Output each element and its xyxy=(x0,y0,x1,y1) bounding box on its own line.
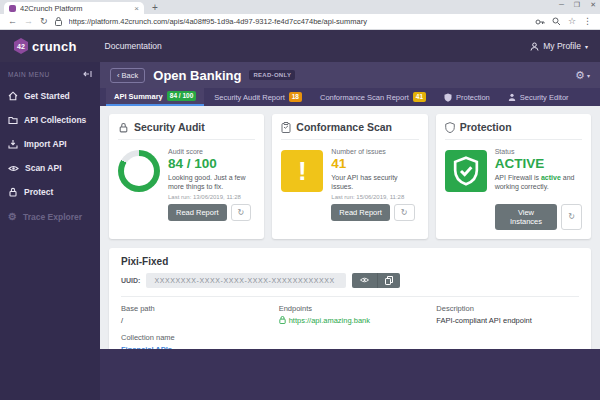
card-title: Conformance Scan xyxy=(296,121,392,133)
scan-issues-value: 41 xyxy=(331,156,418,171)
collection-label: Collection name xyxy=(121,333,279,342)
browser-tab-title: 42Crunch Platform xyxy=(20,4,130,13)
sidebar-item-protect[interactable]: Protect xyxy=(0,180,100,204)
42crunch-logo[interactable]: 42 crunch xyxy=(12,37,77,55)
collection-field: Collection name Financial APIs xyxy=(121,333,279,349)
api-tabs: API Summary 84 / 100 Security Audit Repo… xyxy=(100,88,600,106)
tab-conformance-scan-report[interactable]: Conformance Scan Report 41 xyxy=(312,88,434,106)
audit-issues-badge: 18 xyxy=(289,92,302,102)
protection-card: Protection Status ACTIVE API Firewall is… xyxy=(436,114,591,239)
window-maximize-button[interactable]: ❐ xyxy=(574,1,580,9)
profile-menu[interactable]: My Profile ▾ xyxy=(530,41,588,51)
description-label: Description xyxy=(436,304,579,313)
tab-close-icon[interactable]: × xyxy=(134,4,139,13)
scan-last-run: Last run: 15/06/2019, 11:28 xyxy=(331,194,418,200)
refresh-icon[interactable]: ↻ xyxy=(561,204,582,230)
audit-message: Looking good. Just a few more things to … xyxy=(168,173,255,192)
sidebar-item-api-collections[interactable]: API Collections xyxy=(0,108,100,132)
eye-icon xyxy=(359,276,370,284)
sidebar-item-scan-api[interactable]: Scan API xyxy=(0,156,100,180)
sidebar-section-label: MAIN MENU xyxy=(8,71,50,78)
tab-protection[interactable]: Protection xyxy=(436,88,498,106)
url-text[interactable]: https://platform.42crunch.com/apis/4a08f… xyxy=(69,17,528,26)
back-button[interactable]: ‹ Back xyxy=(110,68,145,83)
browser-forward-button[interactable]: → xyxy=(24,17,33,26)
nav-documentation-link[interactable]: Documentation xyxy=(105,41,162,51)
app-topnav: 42 crunch Documentation My Profile ▾ xyxy=(0,30,600,62)
editor-user-icon xyxy=(508,93,516,101)
svg-text:42: 42 xyxy=(17,43,25,50)
browser-window: 42Crunch Platform × + ─ ❐ ✕ ← → ↻ https:… xyxy=(0,0,600,400)
scan-message: Your API has security issues. xyxy=(331,173,418,192)
zoom-search-icon[interactable] xyxy=(552,17,561,26)
https-lock-icon xyxy=(279,316,286,324)
card-title: Security Audit xyxy=(134,121,205,133)
profile-label: My Profile xyxy=(543,41,581,51)
sidebar-item-label: Import API xyxy=(24,139,67,149)
endpoint-link[interactable]: https://api.amazing.bank xyxy=(279,316,437,325)
audit-score-label: Audit score xyxy=(168,148,255,155)
tab-security-audit-report[interactable]: Security Audit Report 18 xyxy=(206,88,310,106)
protection-status-label: Status xyxy=(495,148,582,155)
lock-icon xyxy=(8,187,18,197)
api-settings-menu[interactable]: ⚙ ▾ xyxy=(575,69,590,82)
shield-icon xyxy=(444,93,452,102)
scan-issues-badge: 41 xyxy=(413,92,426,102)
clipboard-icon xyxy=(281,122,291,133)
tab-label: Protection xyxy=(456,93,490,102)
copy-uuid-button[interactable] xyxy=(378,273,400,288)
page-header: ‹ Back Open Banking READ-ONLY ⚙ ▾ xyxy=(100,62,600,88)
description-field: Description FAPI-compliant API endpoint xyxy=(436,304,579,325)
browser-tab[interactable]: 42Crunch Platform × xyxy=(4,2,144,14)
import-icon xyxy=(8,139,18,149)
content-panel: Security Audit Audit score 84 / 100 Look… xyxy=(100,106,600,349)
window-close-button[interactable]: ✕ xyxy=(590,1,596,9)
bookmark-star-icon[interactable]: ☆ xyxy=(568,17,576,26)
refresh-icon[interactable]: ↻ xyxy=(394,204,415,221)
sidebar-item-get-started[interactable]: Get Started xyxy=(0,84,100,108)
brand-hexagon-icon: 42 xyxy=(12,37,30,55)
browser-reload-button[interactable]: ↻ xyxy=(40,17,48,26)
uuid-label: UUID: xyxy=(121,277,140,284)
sidebar-item-import-api[interactable]: Import API xyxy=(0,132,100,156)
tab-label: Security Editor xyxy=(520,93,569,102)
endpoints-field: Endpoints https://api.amazing.bank xyxy=(279,304,437,325)
tab-label: API Summary xyxy=(114,92,163,101)
main-area: ‹ Back Open Banking READ-ONLY ⚙ ▾ API Su… xyxy=(100,62,600,400)
chevron-down-icon: ▾ xyxy=(587,72,590,79)
audit-score-value: 84 / 100 xyxy=(168,156,255,171)
tab-api-summary[interactable]: API Summary 84 / 100 xyxy=(106,88,204,106)
audit-last-run: Last run: 13/06/2019, 11:28 xyxy=(168,194,255,200)
shield-outline-icon xyxy=(445,122,455,133)
gear-icon: ⚙ xyxy=(575,69,585,82)
browser-tabstrip: 42Crunch Platform × + ─ ❐ ✕ xyxy=(0,0,600,14)
new-tab-button[interactable]: + xyxy=(152,2,158,14)
uuid-field[interactable]: XXXXXXXX-XXXX-XXXX-XXXX-XXXXXXXXXXXX xyxy=(146,273,346,288)
audit-read-report-button[interactable]: Read Report xyxy=(168,204,227,221)
view-instances-button[interactable]: View Instances xyxy=(495,204,558,230)
sidebar-item-label: Get Started xyxy=(24,91,70,101)
protection-message: API Firewall is active and working corre… xyxy=(495,173,582,192)
security-audit-card: Security Audit Audit score 84 / 100 Look… xyxy=(109,114,264,239)
sidebar-item-trace-explorer[interactable]: ⚙ Trace Explorer xyxy=(0,204,100,229)
copy-icon xyxy=(385,276,393,285)
collection-link[interactable]: Financial APIs xyxy=(121,345,279,349)
sidebar: MAIN MENU Get Started API Collections Im… xyxy=(0,62,100,400)
warning-icon: ! xyxy=(281,150,323,192)
sidebar-item-label: Scan API xyxy=(25,163,62,173)
reveal-uuid-button[interactable] xyxy=(352,273,378,288)
tab-security-editor[interactable]: Security Editor xyxy=(500,88,577,106)
read-only-badge: READ-ONLY xyxy=(249,70,295,80)
refresh-icon[interactable]: ↻ xyxy=(231,204,252,221)
sidebar-item-label: API Collections xyxy=(24,115,86,125)
window-minimize-button[interactable]: ─ xyxy=(559,1,564,9)
tab-label: Security Audit Report xyxy=(214,93,284,102)
home-icon xyxy=(8,91,18,101)
password-key-icon[interactable] xyxy=(535,18,545,26)
sidebar-collapse-icon[interactable] xyxy=(83,70,92,78)
browser-back-button[interactable]: ← xyxy=(8,17,17,26)
sidebar-item-label: Trace Explorer xyxy=(23,212,82,222)
browser-menu-icon[interactable]: ⋮ xyxy=(583,17,592,26)
folder-icon xyxy=(8,115,18,125)
scan-read-report-button[interactable]: Read Report xyxy=(331,204,390,221)
